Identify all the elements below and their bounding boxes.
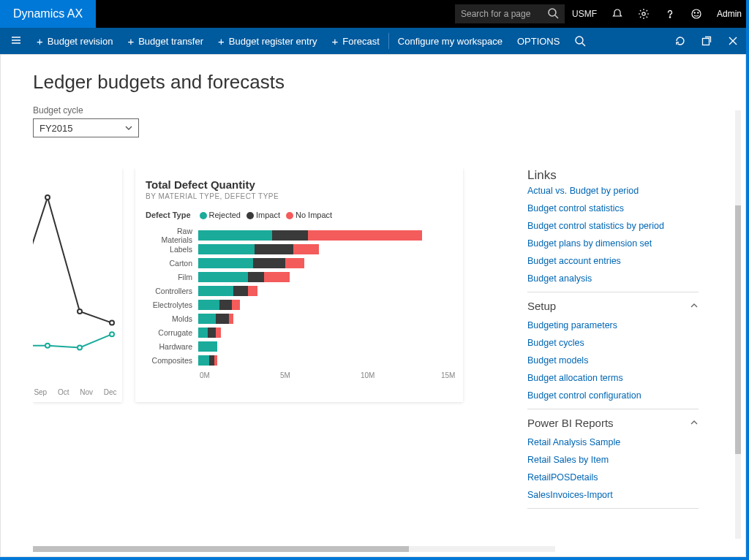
- link-item[interactable]: Budget models: [527, 352, 699, 369]
- bar-segment: [198, 341, 217, 352]
- bar-segment: [253, 258, 285, 268]
- svg-point-12: [78, 309, 82, 314]
- link-item[interactable]: Retail Sales by Item: [527, 451, 699, 469]
- link-item[interactable]: Budget control statistics by period: [527, 217, 699, 235]
- svg-point-15: [45, 344, 50, 348]
- budget-cycle-label: Budget cycle: [33, 105, 713, 116]
- legend-title: Defect Type: [146, 211, 191, 219]
- vertical-scrollbar[interactable]: [735, 110, 741, 539]
- toolbar-search-icon[interactable]: [567, 28, 593, 54]
- bar-segment: [248, 272, 264, 282]
- bar-segment: [255, 244, 293, 254]
- bar-segment: [219, 300, 233, 310]
- svg-point-13: [110, 321, 114, 325]
- link-item[interactable]: Budget allocation terms: [527, 369, 699, 387]
- svg-point-4: [692, 10, 701, 18]
- search-icon: [547, 7, 559, 21]
- setup-heading[interactable]: Setup: [527, 300, 699, 312]
- legend-item: Impact: [246, 211, 280, 219]
- chevron-down-icon: [125, 123, 132, 134]
- bar-row: Labels: [146, 242, 453, 256]
- link-item[interactable]: Budget control configuration: [527, 387, 699, 404]
- svg-point-3: [669, 17, 671, 18]
- legend-swatch: [286, 212, 293, 219]
- bar-segment: [198, 230, 272, 241]
- feedback-icon[interactable]: [683, 0, 710, 28]
- link-item[interactable]: Retail Analysis Sample: [527, 434, 699, 451]
- bar-category-label: Molds: [146, 314, 198, 323]
- link-item[interactable]: RetailPOSDetails: [527, 469, 699, 486]
- toolbar-divider: [388, 33, 389, 49]
- refresh-icon[interactable]: [667, 28, 693, 54]
- window-border: [746, 0, 749, 560]
- forecast-button[interactable]: +Forecast: [325, 28, 387, 54]
- svg-point-16: [78, 345, 82, 349]
- hamburger-icon[interactable]: [3, 34, 29, 48]
- chevron-up-icon: [690, 417, 699, 429]
- close-icon[interactable]: [720, 28, 746, 54]
- svg-point-0: [549, 9, 556, 16]
- bar-chart-x-axis: 0M5M10M15M: [206, 371, 453, 382]
- link-item[interactable]: Budget plans by dimension set: [527, 235, 699, 252]
- line-chart-x-axis: SepOctNovDec: [33, 388, 122, 396]
- svg-point-17: [110, 332, 114, 336]
- powerbi-heading[interactable]: Power BI Reports: [527, 417, 699, 429]
- budget-revision-button[interactable]: +Budget revision: [29, 28, 120, 54]
- svg-line-8: [582, 43, 585, 46]
- bar-segment: [285, 258, 304, 268]
- budget-cycle-value: FY2015: [39, 123, 73, 134]
- svg-rect-9: [703, 39, 710, 45]
- links-panel: Links Actual vs. Budget by period Budget…: [527, 168, 713, 556]
- help-icon[interactable]: [657, 0, 683, 28]
- charts-area: SepOctNovDec Total Defect Quantity BY MA…: [33, 168, 513, 556]
- user-label[interactable]: Admin: [710, 0, 749, 28]
- axis-tick: 10M: [361, 371, 374, 379]
- legend-swatch: [200, 212, 207, 219]
- options-button[interactable]: OPTIONS: [510, 28, 568, 54]
- gear-icon[interactable]: [631, 0, 657, 28]
- budget-register-entry-button[interactable]: +Budget register entry: [211, 28, 324, 54]
- bar-category-label: Hardware: [146, 342, 198, 351]
- bar-chart-subtitle: BY MATERIAL TYPE, DEFECT TYPE: [146, 192, 453, 200]
- bar-chart-plot: Raw MaterialsLabelsCartonFilmControllers…: [146, 228, 453, 367]
- budget-cycle-select[interactable]: FY2015: [33, 118, 139, 137]
- popout-icon[interactable]: [693, 28, 720, 54]
- search-placeholder: Search for a page: [461, 9, 530, 19]
- link-item[interactable]: Budgeting parameters: [527, 317, 699, 334]
- scroll-thumb[interactable]: [735, 205, 741, 454]
- axis-tick: 5M: [280, 371, 290, 379]
- chevron-up-icon: [690, 300, 699, 312]
- budget-transfer-button[interactable]: +Budget transfer: [120, 28, 211, 54]
- bar-segment: [209, 355, 214, 366]
- configure-workspace-button[interactable]: Configure my workspace: [391, 28, 510, 54]
- horizontal-scrollbar[interactable]: [33, 546, 555, 552]
- link-item[interactable]: Budget cycles: [527, 334, 699, 352]
- bar-segment: [198, 258, 253, 268]
- company-code[interactable]: USMF: [565, 9, 604, 19]
- plus-icon: +: [37, 35, 43, 48]
- link-item[interactable]: SalesInvoices-Import: [527, 486, 699, 504]
- search-input[interactable]: Search for a page: [455, 4, 565, 23]
- bar-chart-legend: Defect Type RejectedImpactNo Impact: [146, 211, 453, 219]
- axis-tick: 0M: [200, 371, 210, 379]
- brand-logo[interactable]: Dynamics AX: [0, 0, 96, 28]
- bar-row: Molds: [146, 311, 453, 325]
- bar-row: Film: [146, 270, 453, 284]
- bar-segment: [216, 314, 229, 324]
- svg-point-7: [576, 37, 583, 44]
- link-item[interactable]: Actual vs. Budget by period: [527, 186, 699, 200]
- scroll-thumb[interactable]: [33, 546, 409, 552]
- link-item[interactable]: Budget account entries: [527, 252, 699, 270]
- legend-item: No Impact: [286, 211, 332, 219]
- link-item[interactable]: Budget control statistics: [527, 200, 699, 217]
- bar-segment: [198, 355, 209, 366]
- bar-segment: [216, 328, 221, 338]
- bar-segment: [272, 230, 307, 241]
- bar-row: Hardware: [146, 339, 453, 353]
- notifications-icon[interactable]: [604, 0, 631, 28]
- link-item[interactable]: Budget analysis: [527, 270, 699, 287]
- bar-category-label: Carton: [146, 259, 198, 268]
- bar-category-label: Electrolytes: [146, 300, 198, 309]
- svg-line-1: [555, 15, 558, 18]
- bar-row: Corrugate: [146, 325, 453, 339]
